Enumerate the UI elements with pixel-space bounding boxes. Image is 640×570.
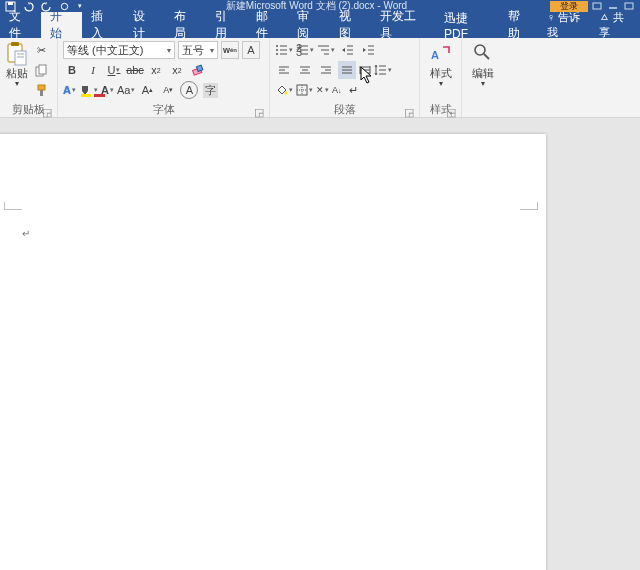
bullets-button[interactable]: ▾ [275, 41, 293, 59]
dialog-launcher-icon[interactable]: ◲ [446, 106, 456, 116]
paste-button[interactable]: 粘贴 ▾ [5, 41, 29, 102]
shading-button[interactable]: ▾ [275, 81, 293, 99]
format-painter-button[interactable] [32, 81, 50, 99]
decrease-indent-button[interactable] [338, 41, 356, 59]
align-right-icon [320, 65, 332, 76]
tab-developer[interactable]: 开发工具 [371, 12, 435, 38]
numbering-icon: 123 [296, 44, 309, 56]
align-justify-icon [341, 65, 353, 76]
subscript-button[interactable]: x2 [147, 61, 165, 79]
page[interactable]: ↵ [0, 134, 546, 570]
superscript-button[interactable]: x2 [168, 61, 186, 79]
numbering-button[interactable]: 123▾ [296, 41, 314, 59]
tab-help[interactable]: 帮助 [499, 12, 540, 38]
group-font: 等线 (中文正文)▾ 五号▾ wén A B I U▾ abc x2 x2 A▾… [58, 38, 270, 117]
tab-mailings[interactable]: 邮件 [247, 12, 288, 38]
tab-home[interactable]: 开始 [41, 12, 82, 38]
styles-icon: A [429, 41, 453, 65]
group-label: 字体 [153, 103, 175, 115]
asian-layout-button[interactable]: ✕▾ [316, 81, 329, 99]
svg-text:A: A [431, 49, 439, 61]
line-spacing-button[interactable]: ▾ [374, 61, 392, 79]
svg-rect-16 [196, 65, 202, 71]
align-center-icon [299, 65, 311, 76]
svg-rect-3 [593, 3, 601, 9]
editing-button[interactable]: 编辑 ▾ [471, 41, 495, 102]
lightbulb-icon: ♀ [547, 11, 555, 23]
dialog-launcher-icon[interactable]: ◲ [42, 106, 52, 116]
tab-file[interactable]: 文件 [0, 12, 41, 38]
svg-rect-17 [81, 94, 91, 97]
align-left-icon [278, 65, 290, 76]
svg-line-63 [484, 54, 489, 59]
strike-button[interactable]: abc [126, 61, 144, 79]
italic-button[interactable]: I [84, 61, 102, 79]
svg-rect-7 [11, 42, 19, 46]
tab-insert[interactable]: 插入 [82, 12, 123, 38]
highlighter-icon [79, 84, 93, 97]
chevron-down-icon: ▾ [207, 46, 214, 55]
outdent-icon [341, 44, 354, 56]
tab-design[interactable]: 设计 [124, 12, 165, 38]
dialog-launcher-icon[interactable]: ◲ [254, 106, 264, 116]
font-name-combo[interactable]: 等线 (中文正文)▾ [63, 41, 175, 59]
sort-button[interactable]: A↓ [332, 81, 342, 99]
distribute-icon [359, 65, 371, 76]
group-label: 段落 [334, 103, 356, 115]
multilevel-icon [317, 44, 330, 56]
group-paragraph: ▾ 123▾ ▾ ▾ ▾ ▾ ✕▾ [270, 38, 420, 117]
copy-button[interactable] [32, 61, 50, 79]
chevron-down-icon: ▾ [15, 82, 19, 86]
font-size-combo[interactable]: 五号▾ [178, 41, 218, 59]
multilevel-button[interactable]: ▾ [317, 41, 335, 59]
person-icon: ㅿ [599, 10, 610, 25]
tab-view[interactable]: 视图 [330, 12, 371, 38]
char-case-button[interactable]: Aa▾ [117, 81, 135, 99]
svg-point-62 [475, 45, 485, 55]
text-effects-button[interactable]: A▾ [63, 81, 76, 99]
font-color-button[interactable]: A▾ [101, 81, 114, 99]
indent-icon [362, 44, 375, 56]
group-clipboard: 粘贴 ▾ ✂ 剪贴板◲ [0, 38, 58, 117]
tab-pdf[interactable]: 迅捷PDF [435, 12, 499, 38]
phonetic-guide-button[interactable]: wén [221, 41, 239, 59]
char-border-button[interactable]: A [242, 41, 260, 59]
scissors-icon: ✂ [37, 44, 46, 57]
qat-dropdown-icon[interactable]: ▾ [76, 0, 83, 12]
shrink-font-button[interactable]: A▾ [159, 81, 177, 99]
paint-bucket-icon [275, 84, 288, 96]
enclose-char-button[interactable]: A [180, 81, 198, 99]
char-shading-button[interactable]: 字 [201, 81, 219, 99]
eraser-icon [191, 63, 205, 77]
group-editing: 编辑 ▾ [462, 38, 504, 117]
grow-font-button[interactable]: A▴ [138, 81, 156, 99]
margin-mark-tr [520, 202, 538, 210]
tab-layout[interactable]: 布局 [165, 12, 206, 38]
increase-indent-button[interactable] [359, 41, 377, 59]
brush-icon [35, 84, 48, 97]
find-icon [471, 41, 495, 65]
tab-review[interactable]: 审阅 [288, 12, 329, 38]
align-right-button[interactable] [317, 61, 335, 79]
pilcrow-icon: ↵ [349, 84, 358, 97]
svg-rect-13 [38, 85, 45, 90]
svg-rect-12 [39, 65, 46, 74]
bold-button[interactable]: B [63, 61, 81, 79]
dialog-launcher-icon[interactable]: ◲ [404, 106, 414, 116]
show-marks-button[interactable]: ↵ [345, 81, 363, 99]
document-area[interactable]: ↵ [0, 118, 640, 570]
share-button[interactable]: ㅿ 共享 [599, 10, 634, 40]
align-justify-button[interactable] [338, 61, 356, 79]
styles-button[interactable]: A 样式 ▾ [429, 41, 453, 102]
bullets-icon [275, 44, 288, 56]
underline-button[interactable]: U▾ [105, 61, 123, 79]
align-left-button[interactable] [275, 61, 293, 79]
margin-mark-tl [4, 202, 22, 210]
cut-button[interactable]: ✂ [32, 41, 50, 59]
align-center-button[interactable] [296, 61, 314, 79]
tab-references[interactable]: 引用 [206, 12, 247, 38]
tellme-button[interactable]: ♀ 告诉我 [547, 10, 590, 40]
distribute-button[interactable] [359, 61, 371, 79]
borders-button[interactable]: ▾ [296, 81, 313, 99]
clear-format-button[interactable] [189, 61, 207, 79]
